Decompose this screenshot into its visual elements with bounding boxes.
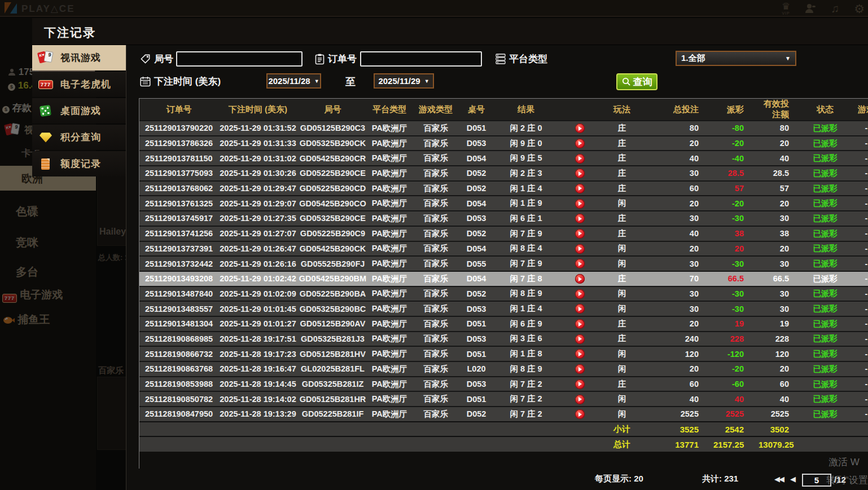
table-cell: 2025-11-28 19:16:47 (218, 361, 297, 377)
result-cell (560, 136, 599, 151)
table-row[interactable]: 2511290134878402025-11-29 01:02:09GD0522… (139, 286, 868, 302)
table-row[interactable]: 2511290137811502025-11-29 01:31:02GD0542… (139, 151, 868, 166)
replay-icon[interactable] (575, 123, 585, 133)
replay-icon[interactable] (575, 229, 585, 239)
replay-icon[interactable] (575, 199, 585, 209)
table-cell: 百家乐 (411, 256, 461, 271)
table-row[interactable]: 2511281908689852025-11-28 19:17:51GD0532… (139, 332, 868, 347)
replay-icon[interactable] (575, 304, 585, 314)
replay-icon[interactable] (575, 169, 585, 178)
order-no-label: 订单号 (328, 52, 357, 65)
modal-title-bar: 下注记录 (32, 18, 868, 45)
replay-icon[interactable] (575, 334, 585, 344)
table-cell: 已派彩 (804, 301, 847, 316)
replay-icon[interactable] (575, 214, 585, 223)
table-row[interactable]: 2511290134813042025-11-29 01:01:27GD0512… (139, 316, 868, 332)
table-cell: 20 (645, 136, 713, 151)
table-row[interactable]: 2511290137459172025-11-29 01:27:35GD0532… (139, 211, 868, 226)
platform-type-select[interactable]: 1.全部 ▼ (676, 51, 796, 66)
first-page-button[interactable]: ◀◀ (774, 475, 783, 483)
replay-icon[interactable] (575, 274, 585, 284)
result-cell (560, 346, 599, 361)
table-row[interactable]: 2511290137680622025-11-29 01:29:47GD0522… (139, 181, 868, 196)
table-row[interactable]: 2511290137863262025-11-29 01:31:33GD0532… (139, 136, 868, 151)
subtotal-cell: 小计 (599, 422, 645, 437)
table-row[interactable]: 2511281908479502025-11-28 19:13:29GD0522… (139, 407, 868, 422)
table-cell: D053 (461, 136, 492, 151)
sidebar-item-table-games[interactable]: 桌面游戏 (32, 98, 126, 123)
table-cell: 百家乐 (411, 226, 461, 241)
result-cell (560, 196, 599, 211)
table-cell: PA欧洲厅 (368, 286, 411, 302)
result-cell (560, 361, 599, 377)
date-from-picker[interactable]: 2025/11/28▼ (266, 73, 321, 89)
table-cell: - (847, 301, 868, 316)
order-no-input[interactable] (360, 51, 482, 67)
table-row[interactable]: 2511281908667322025-11-28 19:17:23GD0512… (139, 346, 868, 361)
table-cell: 已派彩 (804, 241, 847, 257)
table-row[interactable]: 2511281908539882025-11-28 19:14:45GD0532… (139, 377, 868, 392)
sidebar-item-quota-records[interactable]: 额度记录 (32, 151, 126, 176)
result-cell (560, 151, 599, 166)
table-row[interactable]: 2511290137373912025-11-29 01:26:47GD0542… (139, 241, 868, 257)
search-button[interactable]: 查询 (616, 73, 657, 90)
round-no-input[interactable] (176, 51, 303, 67)
table-cell: 2025-11-29 01:26:47 (218, 241, 297, 257)
subtotal-cell (139, 422, 218, 437)
replay-icon[interactable] (575, 244, 585, 254)
table-cell: 2025-11-29 01:02:42 (218, 271, 297, 286)
subtotal-cell (492, 422, 560, 437)
table-row[interactable]: 2511290137412562025-11-29 01:27:07GD0522… (139, 226, 868, 241)
table-cell: 66.5 (759, 271, 804, 286)
table-cell: 40 (759, 391, 804, 407)
activation-watermark-line2: 转到“设置” (826, 474, 868, 487)
table-row[interactable]: 2511281908507822025-11-28 19:14:02GD0512… (139, 391, 868, 407)
replay-icon[interactable] (575, 259, 585, 268)
result-cell (560, 391, 599, 407)
calendar-icon (140, 76, 151, 87)
table-cell: 40 (645, 226, 713, 241)
sidebar-item-points-query[interactable]: 积分查询 (32, 125, 126, 150)
cards-icon: K♥9 (38, 51, 55, 65)
table-cell: 闲 7 庄 9 (492, 226, 560, 241)
replay-icon[interactable] (575, 184, 585, 193)
replay-icon[interactable] (575, 379, 585, 389)
table-cell: GD05325B281J3 (297, 332, 368, 347)
grand_total-cell (461, 436, 492, 452)
table-cell: 60 (759, 377, 804, 392)
replay-icon[interactable] (575, 139, 585, 148)
table-cell: 20 (645, 241, 713, 257)
replay-icon[interactable] (575, 395, 585, 404)
table-cell: 30 (645, 256, 713, 271)
table-cell: - (847, 332, 868, 347)
replay-icon[interactable] (575, 364, 585, 374)
sidebar-item-video-games[interactable]: K♥9 视讯游戏 (32, 45, 126, 70)
result-cell (560, 301, 599, 316)
table-cell: D053 (461, 332, 492, 347)
subtotal-cell: 2542 (713, 422, 759, 437)
table-cell: PA欧洲厅 (368, 407, 411, 422)
table-cell: D052 (461, 226, 492, 241)
table-row[interactable]: 2511290134932082025-11-29 01:02:42GD0542… (139, 271, 868, 286)
table-cell: 闲 2 庄 3 (492, 166, 560, 181)
table-row[interactable]: 2511290137324422025-11-29 01:26:16GD0552… (139, 256, 868, 271)
platform-icon (496, 54, 506, 64)
table-row[interactable]: 2511290137613252025-11-29 01:29:07GD0542… (139, 196, 868, 211)
replay-icon[interactable] (575, 319, 585, 329)
modal-title: 下注记录 (44, 25, 96, 41)
replay-icon[interactable] (575, 289, 585, 299)
table-row[interactable]: 2511290137750932025-11-29 01:30:26GD0522… (139, 166, 868, 181)
prev-page-button[interactable]: ◀ (790, 475, 796, 483)
table-row[interactable]: 2511290137902202025-11-29 01:31:52GD0512… (139, 121, 868, 136)
date-to-picker[interactable]: 2025/11/29▼ (374, 73, 434, 89)
grand_total-cell (492, 436, 560, 452)
table-row[interactable]: 2511281908637682025-11-28 19:16:47GL0202… (139, 361, 868, 377)
table-cell: GD05125B281HR (297, 391, 368, 407)
table-row[interactable]: 2511290134835572025-11-29 01:01:45GD0532… (139, 301, 868, 316)
replay-icon[interactable] (575, 154, 585, 164)
table-cell: -60 (713, 377, 759, 392)
table-cell: 闲 8 庄 4 (492, 241, 560, 257)
sidebar-item-slots[interactable]: 777 电子老虎机 (32, 72, 126, 97)
replay-icon[interactable] (575, 349, 585, 359)
replay-icon[interactable] (575, 409, 585, 419)
